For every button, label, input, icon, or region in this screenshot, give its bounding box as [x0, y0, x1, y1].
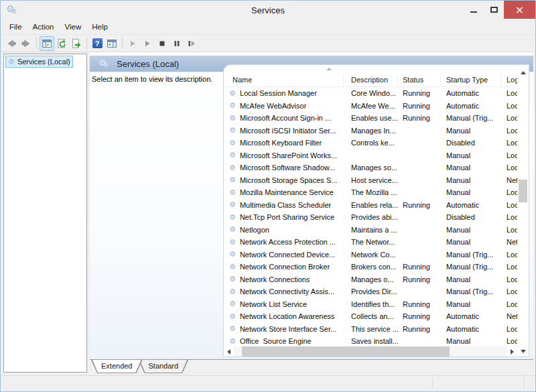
service-row[interactable]: ⚙ Microsoft Software Shadow... Manages s… — [224, 161, 517, 174]
service-row[interactable]: ⚙ Net.Tcp Port Sharing Service Provides … — [224, 211, 517, 224]
sidebar-item-services-local[interactable]: ⚙ Services (Local) — [5, 56, 73, 68]
forward-button[interactable] — [19, 36, 34, 51]
tab-standard[interactable]: Standard — [138, 360, 188, 373]
service-row[interactable]: ⚙ Network Location Awareness Collects an… — [224, 310, 517, 323]
menu-item[interactable]: View — [60, 19, 87, 34]
service-log-on-as: Loc — [502, 188, 517, 196]
horizontal-scroll-thumb[interactable] — [242, 346, 450, 356]
scroll-down-button[interactable] — [517, 346, 529, 356]
service-row[interactable]: ⚙ Network Connectivity Assis... Provides… — [224, 285, 517, 298]
scroll-right-button[interactable] — [507, 346, 517, 356]
service-gear-icon: ⚙ — [229, 313, 236, 320]
service-log-on-as: Loc — [502, 114, 517, 122]
service-name: Net.Tcp Port Sharing Service — [240, 213, 334, 221]
show-action-pane-button[interactable] — [105, 36, 119, 51]
service-name-cell: ⚙ Local Session Manager — [224, 89, 344, 97]
service-startup-type: Manual — [441, 164, 502, 172]
service-name-cell: ⚙ Network Connection Broker — [224, 263, 344, 271]
service-row[interactable]: ⚙ Mozilla Maintenance Service The Mozill… — [224, 186, 517, 199]
service-row[interactable]: ⚙ Multimedia Class Scheduler Enables rel… — [224, 199, 517, 212]
close-icon: × — [515, 5, 524, 15]
service-startup-type: Automatic — [441, 89, 502, 97]
service-row[interactable]: ⚙ McAfee WebAdvisor McAfee We... Running… — [224, 100, 517, 113]
tab-extended[interactable]: Extended — [91, 360, 142, 373]
scroll-up-button[interactable] — [517, 68, 529, 77]
service-name: Network Connection Broker — [240, 263, 330, 271]
vertical-scroll-track[interactable] — [517, 77, 529, 346]
show-console-tree-button[interactable] — [40, 36, 54, 51]
service-startup-type: Automatic — [441, 201, 502, 209]
service-row[interactable]: ⚙ Network Store Interface Ser... This se… — [224, 323, 517, 336]
refresh-button[interactable] — [54, 36, 69, 51]
service-row[interactable]: ⚙ Microsoft Storage Spaces S... Host ser… — [224, 174, 517, 187]
service-name-cell: ⚙ Network List Service — [224, 300, 344, 308]
service-gear-icon: ⚙ — [229, 90, 236, 97]
service-row[interactable]: ⚙ Network Connected Device... Network Co… — [224, 249, 517, 261]
service-name-cell: ⚙ Microsoft SharePoint Works... — [224, 151, 344, 159]
service-startup-type: Manual (Trig... — [441, 263, 502, 271]
menu-item[interactable]: Help — [86, 19, 113, 34]
service-name-cell: ⚙ McAfee WebAdvisor — [224, 102, 344, 110]
column-header-log-on-as[interactable]: Log — [502, 74, 517, 87]
help-button[interactable]: ? — [90, 36, 105, 51]
service-description: Saves install... — [344, 337, 398, 345]
maximize-button[interactable] — [484, 1, 504, 19]
horizontal-scrollbar — [224, 346, 517, 356]
stop-service-icon — [157, 38, 168, 49]
description-hint: Select an item to view its description. — [92, 75, 212, 83]
service-status: Running — [398, 102, 441, 110]
service-description: Collects an... — [344, 312, 398, 320]
menu-item[interactable]: Action — [27, 19, 60, 34]
service-startup-type: Automatic — [441, 102, 502, 110]
service-log-on-as: Loc — [502, 151, 517, 159]
resume-service-button[interactable] — [140, 36, 155, 51]
minimize-button[interactable] — [464, 1, 484, 19]
service-description: Provides Dir... — [344, 287, 398, 296]
toolbar-separator — [36, 38, 37, 49]
service-description: Maintains a ... — [344, 226, 398, 234]
service-row[interactable]: ⚙ Network Access Protection ... The Netw… — [224, 236, 517, 249]
column-header-status[interactable]: Status — [398, 74, 441, 87]
service-log-on-as: Loc — [502, 139, 517, 147]
service-name: Local Session Manager — [240, 89, 317, 97]
pause-service-button[interactable] — [170, 36, 184, 51]
menu-item[interactable]: File — [4, 19, 27, 34]
scroll-left-button[interactable] — [224, 346, 234, 356]
service-row[interactable]: ⚙ Network List Service Identifies th... … — [224, 298, 517, 311]
service-name: Network Store Interface Ser... — [240, 325, 336, 333]
service-gear-icon: ⚙ — [229, 239, 236, 246]
services-window: ⚙ ⚙ Services × File Action View Help — [0, 0, 536, 392]
service-name: Office Source Engine — [240, 337, 312, 345]
service-row[interactable]: ⚙ Office Source Engine Saves install... … — [224, 335, 517, 346]
service-row[interactable]: ⚙ Netlogon Maintains a ... Manual Loc — [224, 224, 517, 237]
service-startup-type: Automatic — [441, 325, 502, 333]
service-row[interactable]: ⚙ Microsoft iSCSI Initiator Ser... Manag… — [224, 125, 517, 137]
column-header-name[interactable]: Name — [224, 74, 344, 87]
service-row[interactable]: ⚙ Network Connection Broker Brokers con.… — [224, 261, 517, 273]
forward-arrow-icon — [21, 38, 31, 49]
close-button[interactable]: × — [504, 1, 535, 19]
start-service-button[interactable] — [125, 36, 140, 51]
service-row[interactable]: ⚙ Microsoft Keyboard Filter Controls ke.… — [224, 137, 517, 149]
service-log-on-as: Loc — [502, 89, 517, 97]
service-name: Microsoft SharePoint Works... — [240, 151, 337, 159]
horizontal-scroll-track[interactable] — [234, 346, 507, 356]
service-row[interactable]: ⚙ Microsoft SharePoint Works... Manual L… — [224, 149, 517, 162]
service-row[interactable]: ⚙ Local Session Manager Core Windo... Ru… — [224, 87, 517, 100]
service-description: Provides abi... — [344, 213, 398, 221]
service-log-on-as: Loc — [502, 213, 517, 221]
stop-service-button[interactable] — [155, 36, 170, 51]
service-name: Network Connectivity Assis... — [240, 287, 334, 296]
export-list-button[interactable] — [69, 36, 84, 51]
column-header-description[interactable]: Description — [344, 74, 398, 87]
service-row[interactable]: ⚙ Network Connections Manages o... Runni… — [224, 273, 517, 286]
service-log-on-as: Loc — [502, 251, 517, 259]
column-header-startup-type[interactable]: Startup Type — [441, 74, 502, 87]
vertical-scroll-thumb[interactable] — [519, 180, 527, 202]
service-row[interactable]: ⚙ Microsoft Account Sign-in ... Enables … — [224, 112, 517, 125]
service-description: Identifies th... — [344, 300, 398, 308]
restart-service-button[interactable] — [184, 36, 199, 51]
service-gear-icon: ⚙ — [229, 115, 236, 122]
service-gear-icon: ⚙ — [229, 300, 236, 308]
back-button[interactable] — [4, 36, 19, 51]
